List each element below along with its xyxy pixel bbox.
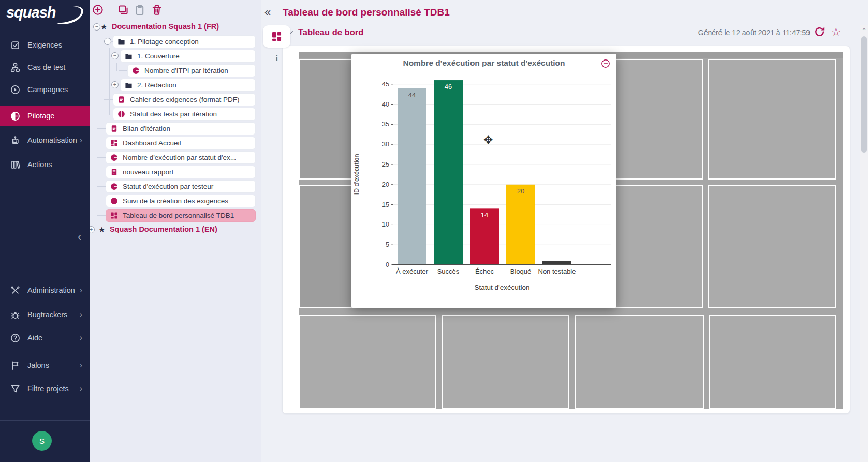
chart-title: Nombre d'exécution par statut d'exécutio… [403, 58, 565, 67]
plus-circle-icon [92, 4, 104, 16]
svg-text:30: 30 [382, 141, 389, 148]
chevron-right-icon: › [80, 361, 82, 370]
campaigns-icon [10, 85, 20, 95]
sidebar-item-label: Actions [27, 160, 52, 169]
tree-item-label: Statut d'exécution par testeur [123, 183, 213, 190]
tree-item[interactable]: Statut des tests par itération [113, 108, 256, 121]
sidebar-item-administration[interactable]: Administration› [0, 282, 90, 298]
tree-guide-line [97, 33, 97, 216]
actions-icon [10, 160, 20, 170]
tree-project-root[interactable]: Squash Documentation 1 (EN) [110, 225, 217, 233]
tree-project-root[interactable]: Documentation Squash 1 (FR) [112, 22, 219, 31]
scrollbar-up-arrow[interactable]: ^ [861, 27, 867, 33]
section-title: Tableau de bord [298, 27, 363, 37]
sidebar-item-automation[interactable]: Automatisation› [0, 132, 90, 148]
sidebar-item-test-cases[interactable]: Cas de test [0, 59, 90, 75]
tree-toggle[interactable]: − [104, 38, 111, 45]
tab-information[interactable]: i [263, 50, 290, 67]
tree-guide-line [109, 48, 110, 115]
tree-item[interactable]: 2. Rédaction [120, 79, 256, 92]
delete-button[interactable] [151, 4, 163, 16]
tree-item[interactable]: 1. Pilotage conception [113, 35, 256, 48]
tree-item[interactable]: 1. Couverture [120, 50, 256, 63]
scrollbar-thumb[interactable] [861, 36, 867, 153]
tree-item-label: Tableau de bord personnalisé TDB1 [123, 212, 234, 219]
sidebar-item-milestones[interactable]: Jalons› [0, 357, 90, 373]
svg-text:44: 44 [408, 91, 416, 99]
milestones-icon [10, 361, 20, 370]
favorite-star-icon[interactable]: ☆ [831, 26, 841, 37]
sidebar-item-campaigns[interactable]: Campagnes [0, 82, 90, 97]
automation-icon [10, 136, 20, 145]
star-icon: ★ [100, 22, 107, 32]
sidebar-item-label: Cas de test [27, 63, 65, 71]
main-navigation-sidebar: squash ExigencesCas de testCampagnesPilo… [0, 0, 90, 462]
sidebar-collapse-chevron[interactable]: ‹ [78, 232, 81, 242]
svg-text:45: 45 [382, 81, 389, 88]
sidebar-item-label: Aide [27, 334, 42, 342]
collapse-tree-button[interactable]: « [264, 7, 271, 18]
sidebar-item-actions[interactable]: Actions [0, 157, 90, 172]
squash-logo[interactable]: squash [6, 4, 84, 28]
chevron-right-icon: › [80, 333, 82, 342]
tree-item[interactable]: Tableau de bord personnalisé TDB1 [106, 209, 256, 222]
folder-icon [117, 38, 125, 46]
tree-guide-line [97, 128, 106, 129]
svg-text:20: 20 [382, 181, 389, 188]
refresh-icon[interactable] [814, 26, 825, 37]
folder-icon [125, 52, 133, 60]
paste-icon [134, 4, 145, 16]
chart-y-axis-label: ID d'exécution [353, 154, 360, 195]
svg-text:20: 20 [517, 187, 524, 195]
sidebar-item-filter[interactable]: Filtre projets› [0, 381, 90, 396]
tab-dashboard[interactable] [263, 25, 290, 48]
star-icon: ★ [98, 225, 105, 234]
sidebar-item-requirements[interactable]: Exigences [0, 37, 90, 53]
new-item-button[interactable] [92, 4, 104, 16]
svg-text:25: 25 [382, 161, 389, 168]
tree-item[interactable]: Nombre d'exécution par statut d'ex... [106, 151, 256, 164]
tree-item-label: 2. Rédaction [137, 81, 176, 89]
dashboard-placeholder-panel [442, 315, 569, 409]
pie-icon [110, 154, 118, 161]
user-avatar[interactable]: S [32, 431, 52, 451]
divider [0, 420, 90, 421]
minus-circle-icon [601, 59, 610, 68]
tree-item[interactable]: Bilan d'itération [106, 122, 256, 135]
dashboard-placeholder-panel [708, 59, 836, 180]
svg-text:0: 0 [386, 261, 389, 269]
tree-toggle[interactable]: − [111, 52, 119, 59]
tree-item[interactable]: Cahier des exigences (format PDF) [113, 93, 256, 106]
tree-item[interactable]: Nombre d'ITPI par itération [127, 64, 256, 77]
tree-item-label: Dashboard Accueil [123, 139, 181, 147]
remove-widget-button[interactable] [601, 59, 610, 68]
tree-item-label: Statut des tests par itération [130, 110, 217, 118]
chart-widget-window[interactable]: Nombre d'exécution par statut d'exécutio… [351, 54, 616, 308]
paste-button[interactable] [134, 4, 145, 16]
copy-button[interactable] [117, 4, 129, 16]
sidebar-item-pilotage[interactable]: Pilotage [0, 106, 90, 126]
dashboard-placeholder-panel [708, 185, 836, 308]
chart-x-axis-label: Statut d'exécution [475, 284, 530, 291]
requirements-icon [10, 40, 20, 50]
tree-item[interactable]: nouveau rapport [106, 166, 256, 178]
tree-toggle[interactable]: + [111, 81, 119, 88]
sidebar-item-label: Campagnes [27, 85, 68, 94]
tree-item[interactable]: Statut d'exécution par testeur [106, 180, 256, 193]
tree-toggle[interactable]: − [93, 23, 100, 31]
tree-item[interactable]: Dashboard Accueil [106, 137, 256, 150]
chevron-right-icon: › [80, 310, 82, 319]
svg-text:Succès: Succès [437, 267, 460, 275]
administration-icon [10, 286, 20, 295]
project-tree-panel: −★Documentation Squash 1 (FR)+★Squash Do… [90, 0, 261, 462]
svg-text:14: 14 [481, 211, 488, 219]
sidebar-item-help[interactable]: Aide› [0, 330, 90, 346]
tree-item[interactable]: Suivi de la création des exigences [106, 195, 256, 207]
sidebar-item-bugtrackers[interactable]: Bugtrackers› [0, 307, 90, 322]
trash-icon [151, 4, 163, 16]
chevron-right-icon: › [80, 136, 82, 145]
tree-item-label: Nombre d'exécution par statut d'ex... [123, 154, 236, 161]
sidebar-item-label: Filtre projets [27, 384, 69, 393]
svg-text:Non testable: Non testable [538, 267, 576, 275]
filter-icon [10, 384, 20, 394]
